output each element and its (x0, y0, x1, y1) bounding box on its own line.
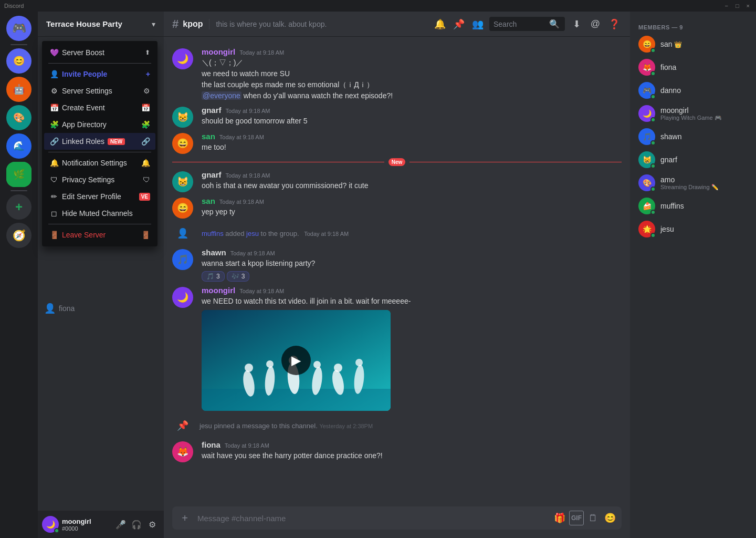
system-message: 👤 muffins added jesu to the group. Today… (164, 221, 630, 246)
reaction-count-1: 3 (216, 273, 220, 280)
video-play-btn[interactable]: ▶ (281, 346, 311, 375)
svg-point-13 (355, 359, 363, 366)
close-btn[interactable]: × (744, 3, 752, 9)
sticker-btn[interactable]: 🗒 (586, 511, 601, 525)
boost-right-icon: ⬆ (145, 49, 150, 56)
privacy-right-icon: 🛡 (143, 175, 150, 184)
privacy-icon: 🛡 (49, 175, 59, 184)
message-group: 🎵 shawn Today at 9:18 AM wanna start a k… (164, 246, 630, 284)
message-timestamp: Today at 9:18 AM (226, 108, 270, 114)
message-reactions: 🎵 3 🎶 3 (202, 271, 622, 282)
system-actor[interactable]: muffins (202, 230, 224, 237)
emoji-btn[interactable]: 😊 (603, 511, 617, 525)
message-input[interactable] (197, 514, 548, 523)
server-icon-4[interactable]: 🌊 (6, 133, 32, 159)
mute-btn[interactable]: 🎤 (113, 517, 128, 532)
member-item-jesu[interactable]: 🌟 jesu (634, 218, 752, 241)
message-content: moongirl Today at 9:18 AM ＼(；▽；)／ we nee… (202, 47, 622, 101)
video-embed[interactable]: ▶ (202, 310, 391, 411)
mention: @everyone (202, 91, 242, 100)
message-timestamp: Today at 9:18 AM (219, 134, 264, 140)
help-btn[interactable]: ❓ (607, 17, 622, 32)
channel-item-fiona[interactable]: 👤 fiona (40, 300, 162, 317)
system-icon: 👤 (172, 223, 193, 244)
members-btn[interactable]: 👥 (470, 17, 485, 32)
server-icon-3[interactable]: 🎨 (6, 105, 32, 130)
menu-item-edit-server-profile[interactable]: ✏ Edit Server Profile VE (44, 188, 155, 205)
member-name-gnarf: gnarf (660, 156, 748, 164)
add-server-btn[interactable]: + (6, 194, 32, 220)
bell-btn[interactable]: 🔔 (433, 17, 447, 32)
server-icon-active[interactable]: 🌿 (6, 162, 32, 187)
minimize-btn[interactable]: − (722, 3, 730, 9)
server-header[interactable]: Terrace House Party ▾ (38, 12, 164, 37)
search-input[interactable] (494, 20, 546, 28)
system-text: muffins added jesu to the group. Today a… (202, 230, 349, 237)
message-group: 😸 gnarf Today at 9:18 AM should be good … (164, 104, 630, 130)
system-target[interactable]: jesu (246, 230, 259, 237)
menu-item-create-event[interactable]: 📅 Create Event 📅 (44, 99, 155, 116)
member-avatar-san: 😄 (638, 36, 655, 53)
menu-item-leave-server[interactable]: 🚪 Leave Server 🚪 (44, 226, 155, 243)
member-item-shawn[interactable]: 🎵 shawn (634, 125, 752, 148)
message-group: 😄 san Today at 9:18 AM yep yep ty (164, 194, 630, 221)
menu-item-app-directory[interactable]: 🧩 App Directory 🧩 (44, 116, 155, 133)
avatar-shawn: 🎵 (172, 249, 193, 270)
message-author: moongirl (202, 286, 235, 295)
inbox-btn[interactable]: @ (588, 17, 603, 32)
member-item-muffins[interactable]: 🍰 muffins (634, 194, 752, 218)
message-content: gnarf Today at 9:18 AM ooh is that a new… (202, 170, 622, 192)
message-author: shawn (202, 248, 226, 257)
message-text: we need to watch more SU (202, 68, 622, 79)
search-box[interactable]: 🔍 (489, 17, 565, 31)
menu-item-privacy-settings[interactable]: 🛡 Privacy Settings 🛡 (44, 171, 155, 188)
message-text: @everyone when do y'all wanna watch the … (202, 90, 622, 101)
message-content: gnarf Today at 9:18 AM should be good to… (202, 106, 622, 128)
member-avatar-fiona: 🦊 (638, 59, 655, 76)
deafen-btn[interactable]: 🎧 (129, 517, 144, 532)
menu-item-hide-muted-channels[interactable]: ◻ Hide Muted Channels (44, 205, 155, 222)
server-icon-discover[interactable]: 🧭 (6, 223, 32, 248)
pin-actor[interactable]: jesu (200, 422, 212, 430)
gif-btn[interactable]: GIF (569, 511, 584, 525)
menu-divider-2 (48, 152, 151, 152)
server-divider (10, 44, 27, 45)
gift-btn[interactable]: 🎁 (552, 511, 567, 525)
member-info-danno: danno (660, 86, 748, 95)
server-icon-1[interactable]: 😊 (6, 48, 32, 74)
channel-header: # kpop this is where you talk. about kpo… (164, 12, 630, 37)
message-group: 🦊 fiona Today at 9:18 AM wait have you s… (164, 438, 630, 464)
menu-label-server-boost: Server Boost (62, 48, 104, 57)
menu-item-notification-settings[interactable]: 🔔 Notification Settings 🔔 (44, 154, 155, 171)
menu-item-linked-roles[interactable]: 🔗 Linked Roles NEW 🔗 (44, 133, 155, 150)
reaction-1[interactable]: 🎵 3 (202, 271, 225, 282)
member-item-san[interactable]: 😄 san 👑 (634, 33, 752, 56)
menu-item-server-boost[interactable]: 💜 Server Boost ⬆ (44, 44, 155, 61)
member-info-jesu: jesu (660, 225, 748, 233)
message-text: the last couple eps made me so emotional… (202, 79, 622, 90)
server-icon-home[interactable]: 🎮 (6, 16, 32, 41)
add-attachment-btn[interactable]: + (176, 510, 193, 526)
download-btn[interactable]: ⬇ (569, 17, 584, 32)
menu-label-invite-people: Invite People (62, 70, 107, 78)
reaction-2[interactable]: 🎶 3 (227, 271, 250, 282)
new-badge: NEW (108, 138, 125, 145)
member-avatar-amo: 🎨 (638, 174, 655, 191)
member-avatar-muffins: 🍰 (638, 198, 655, 214)
member-item-gnarf[interactable]: 😸 gnarf (634, 148, 752, 171)
maximize-btn[interactable]: □ (733, 3, 741, 9)
user-settings-btn[interactable]: ⚙ (145, 517, 160, 532)
message-group: 🌙 moongirl Today at 9:18 AM ＼(；▽；)／ we n… (164, 45, 630, 104)
new-messages-divider: New (164, 156, 630, 168)
menu-item-server-settings[interactable]: ⚙ Server Settings ⚙ (44, 82, 155, 99)
member-item-amo[interactable]: 🎨 amo Streaming Drawing ✏️ (634, 171, 752, 194)
member-item-moongirl[interactable]: 🌙 moongirl Playing Witch Game 🎮 (634, 102, 752, 125)
server-icon-2[interactable]: 🤖 (6, 77, 32, 102)
member-info-muffins: muffins (660, 202, 748, 210)
menu-item-invite-people[interactable]: 👤 Invite People + (44, 66, 155, 82)
divider-line-left (172, 162, 384, 162)
member-item-danno[interactable]: 🎮 danno (634, 79, 752, 102)
member-item-fiona[interactable]: 🦊 fiona (634, 56, 752, 79)
pin-btn[interactable]: 📌 (452, 17, 466, 32)
message-author: san (202, 196, 215, 205)
